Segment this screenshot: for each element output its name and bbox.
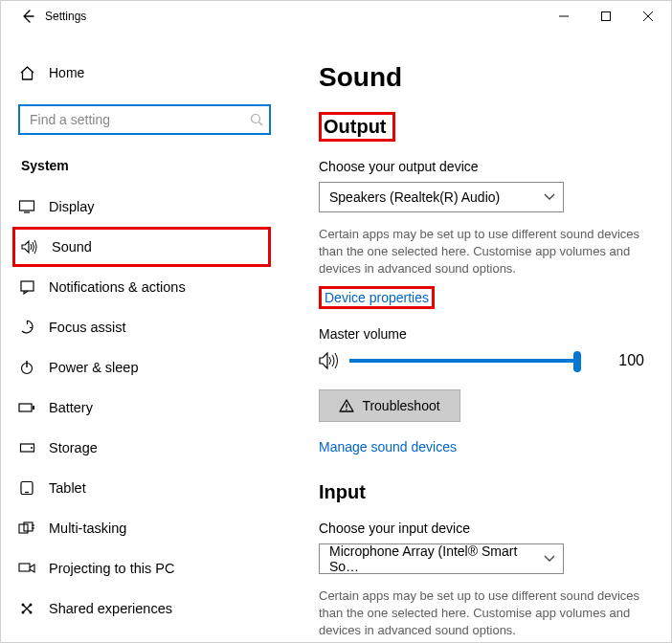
sidebar-item-label: Sound xyxy=(52,239,92,255)
sidebar-item-label: Battery xyxy=(49,400,93,415)
close-icon xyxy=(643,11,653,21)
svg-point-24 xyxy=(22,604,25,607)
sidebar-item-label: Power & sleep xyxy=(49,360,139,375)
sidebar-item-label: Multi-tasking xyxy=(49,521,126,536)
input-desc: Certain apps may be set up to use differ… xyxy=(319,588,648,640)
svg-point-14 xyxy=(31,447,33,449)
sidebar-item-power-sleep[interactable]: Power & sleep xyxy=(12,347,271,388)
sidebar-home-label: Home xyxy=(49,65,84,80)
sidebar-item-shared-experiences[interactable]: Shared experiences xyxy=(12,588,271,629)
output-device-value: Speakers (Realtek(R) Audio) xyxy=(329,189,500,205)
sidebar-item-label: Projecting to this PC xyxy=(49,561,174,576)
sidebar-item-label: Shared experiences xyxy=(49,601,172,616)
sound-icon xyxy=(21,239,38,255)
speaker-icon[interactable] xyxy=(319,351,340,370)
input-device-value: Microphone Array (Intel® Smart So… xyxy=(329,543,544,574)
power-icon xyxy=(18,360,35,375)
maximize-icon xyxy=(601,11,611,21)
svg-line-5 xyxy=(259,122,263,126)
multitasking-icon xyxy=(18,521,35,535)
search-icon xyxy=(250,113,263,126)
svg-point-27 xyxy=(30,611,33,614)
sidebar-item-display[interactable]: Display xyxy=(12,187,271,227)
svg-point-4 xyxy=(252,115,260,123)
minimize-button[interactable] xyxy=(543,2,585,31)
output-desc: Certain apps may be set up to use differ… xyxy=(319,226,648,278)
sidebar-item-focus-assist[interactable]: Focus assist xyxy=(12,307,271,347)
sidebar-section-label: System xyxy=(21,158,268,173)
troubleshoot-button[interactable]: Troubleshoot xyxy=(319,389,460,422)
sidebar-item-projecting[interactable]: Projecting to this PC xyxy=(12,548,271,588)
slider-thumb[interactable] xyxy=(573,351,581,372)
sidebar-item-label: Storage xyxy=(49,440,98,455)
output-device-dropdown[interactable]: Speakers (Realtek(R) Audio) xyxy=(319,182,564,212)
input-choose-label: Choose your input device xyxy=(319,521,648,536)
master-volume-label: Master volume xyxy=(319,326,648,342)
focus-assist-icon xyxy=(18,320,35,336)
sidebar-item-multitasking[interactable]: Multi-tasking xyxy=(12,508,271,548)
master-volume-slider[interactable] xyxy=(349,359,577,363)
svg-rect-1 xyxy=(602,12,611,21)
storage-icon xyxy=(18,441,35,455)
input-heading: Input xyxy=(319,481,366,503)
sidebar-item-notifications[interactable]: Notifications & actions xyxy=(12,267,271,307)
tablet-icon xyxy=(18,480,35,496)
sidebar-item-storage[interactable]: Storage xyxy=(12,428,271,468)
search-input[interactable] xyxy=(28,111,250,128)
sidebar-item-label: Display xyxy=(49,199,95,214)
chevron-down-icon xyxy=(544,555,555,563)
sidebar-item-label: Tablet xyxy=(49,480,86,496)
svg-rect-8 xyxy=(21,281,34,291)
battery-icon xyxy=(18,401,35,414)
input-device-dropdown[interactable]: Microphone Array (Intel® Smart So… xyxy=(319,543,564,574)
svg-point-25 xyxy=(30,604,33,607)
sidebar-item-battery[interactable]: Battery xyxy=(12,388,271,428)
chevron-down-icon xyxy=(544,193,555,201)
sidebar-item-sound[interactable]: Sound xyxy=(12,227,271,267)
search-box[interactable] xyxy=(18,104,271,135)
manage-sound-devices-link[interactable]: Manage sound devices xyxy=(319,439,457,455)
warning-icon xyxy=(339,399,354,412)
output-device-properties-link[interactable]: Device properties xyxy=(319,286,435,309)
minimize-icon xyxy=(559,11,569,21)
maximize-button[interactable] xyxy=(585,2,627,31)
page-title: Sound xyxy=(319,62,648,93)
svg-rect-11 xyxy=(19,404,32,411)
shared-experiences-icon xyxy=(18,601,35,616)
output-heading: Output xyxy=(319,112,395,142)
back-button[interactable] xyxy=(20,9,35,24)
display-icon xyxy=(18,199,35,214)
svg-point-26 xyxy=(22,611,25,614)
notifications-icon xyxy=(18,279,35,295)
home-icon xyxy=(18,65,35,81)
arrow-left-icon xyxy=(20,9,35,24)
sidebar-item-label: Notifications & actions xyxy=(49,279,186,295)
output-choose-label: Choose your output device xyxy=(319,159,648,174)
master-volume-value: 100 xyxy=(618,352,648,369)
sidebar-item-tablet[interactable]: Tablet xyxy=(12,468,271,508)
svg-rect-12 xyxy=(33,406,34,410)
troubleshoot-label: Troubleshoot xyxy=(362,398,439,413)
projecting-icon xyxy=(18,561,35,576)
close-button[interactable] xyxy=(627,2,669,31)
sidebar-item-label: Focus assist xyxy=(49,320,126,335)
sidebar-home[interactable]: Home xyxy=(18,53,271,93)
svg-rect-21 xyxy=(19,564,30,571)
window-title: Settings xyxy=(45,10,86,23)
svg-point-29 xyxy=(347,409,348,410)
svg-rect-6 xyxy=(20,201,34,211)
